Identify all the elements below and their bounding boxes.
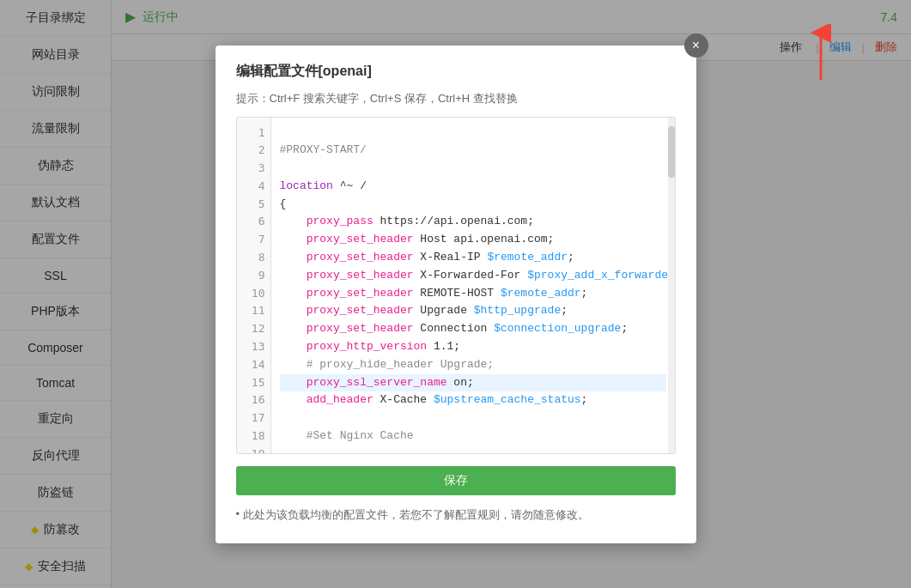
code-line-1 <box>280 124 666 142</box>
modal-hint: 提示：Ctrl+F 搜索关键字，Ctrl+S 保存，Ctrl+H 查找替换 <box>236 91 676 106</box>
code-line-15: proxy_ssl_server_name on; <box>280 374 666 392</box>
code-line-10: proxy_set_header REMOTE-HOST $remote_add… <box>280 285 666 303</box>
code-line-7: proxy_set_header Host api.openai.com; <box>280 231 666 249</box>
code-line-17 <box>280 409 666 427</box>
close-button[interactable]: × <box>684 33 708 58</box>
code-line-16: add_header X-Cache $upstream_cache_statu… <box>280 391 666 409</box>
modal-note: 此处为该负载均衡的配置文件，若您不了解配置规则，请勿随意修改。 <box>236 507 676 523</box>
code-line-6: proxy_pass https://api.openai.com; <box>280 213 666 231</box>
code-editor[interactable]: 1 2 3 4 5 6 7 8 9 10 11 12 13 14 15 16 1… <box>236 117 676 454</box>
code-line-2: #PROXY-START/ <box>280 142 666 160</box>
modal-title: 编辑配置文件[openai] <box>236 63 676 81</box>
code-content[interactable]: #PROXY-START/ location ^~ / { proxy_pass… <box>271 118 675 453</box>
code-line-11: proxy_set_header Upgrade $http_upgrade; <box>280 302 666 320</box>
line-numbers: 1 2 3 4 5 6 7 8 9 10 11 12 13 14 15 16 1… <box>237 118 271 453</box>
code-line-3 <box>280 160 666 178</box>
save-button[interactable]: 保存 <box>236 466 676 495</box>
code-line-14: # proxy_hide_header Upgrade; <box>280 356 666 374</box>
code-line-12: proxy_set_header Connection $connection_… <box>280 320 666 338</box>
scrollbar[interactable] <box>668 118 675 453</box>
code-line-5: { <box>280 196 666 214</box>
edit-config-modal: × 编辑配置文件[openai] 提示：Ctrl+F 搜索关键字，Ctrl+S … <box>216 45 696 543</box>
code-line-13: proxy_http_version 1.1; <box>280 338 666 356</box>
scrollbar-thumb[interactable] <box>668 126 675 178</box>
modal-overlay: × 编辑配置文件[openai] 提示：Ctrl+F 搜索关键字，Ctrl+S … <box>0 0 911 588</box>
code-line-18: #Set Nginx Cache <box>280 427 666 446</box>
code-line-8: proxy_set_header X-Real-IP $remote_addr; <box>280 249 666 267</box>
code-line-4: location ^~ / <box>280 178 666 196</box>
code-line-19 <box>280 446 666 453</box>
code-line-9: proxy_set_header X-Forwarded-For $proxy_… <box>280 267 666 285</box>
